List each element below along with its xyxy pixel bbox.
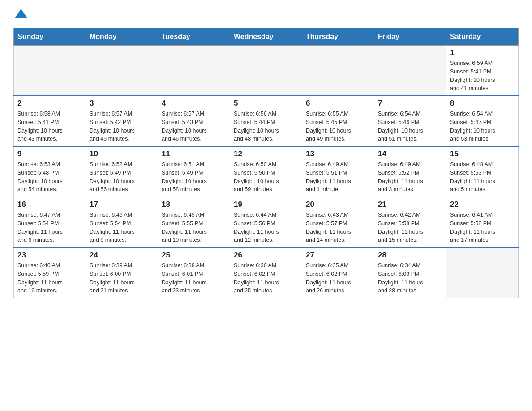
day-header-tuesday: Tuesday	[158, 28, 230, 46]
day-number: 11	[162, 150, 226, 158]
day-info: Sunrise: 6:57 AM Sunset: 5:43 PM Dayligh…	[162, 110, 226, 143]
day-number: 27	[306, 251, 370, 260]
calendar-day-cell	[230, 46, 302, 96]
calendar-table: SundayMondayTuesdayWednesdayThursdayFrid…	[13, 28, 519, 298]
day-info: Sunrise: 6:47 AM Sunset: 5:54 PM Dayligh…	[17, 211, 82, 244]
calendar-day-cell	[158, 46, 230, 96]
calendar-week-row: 2Sunrise: 6:58 AM Sunset: 5:41 PM Daylig…	[14, 96, 519, 146]
day-number: 2	[17, 99, 82, 108]
calendar-header-row: SundayMondayTuesdayWednesdayThursdayFrid…	[14, 28, 519, 46]
day-info: Sunrise: 6:57 AM Sunset: 5:42 PM Dayligh…	[90, 110, 154, 143]
day-info: Sunrise: 6:40 AM Sunset: 5:59 PM Dayligh…	[17, 261, 82, 295]
day-info: Sunrise: 6:39 AM Sunset: 6:00 PM Dayligh…	[90, 261, 154, 295]
calendar-day-cell: 9Sunrise: 6:53 AM Sunset: 5:48 PM Daylig…	[14, 146, 86, 197]
calendar-day-cell	[446, 248, 519, 298]
day-info: Sunrise: 6:51 AM Sunset: 5:49 PM Dayligh…	[162, 160, 226, 194]
day-header-thursday: Thursday	[302, 28, 374, 46]
day-number: 3	[90, 99, 154, 108]
calendar-day-cell: 20Sunrise: 6:43 AM Sunset: 5:57 PM Dayli…	[302, 197, 374, 248]
calendar-day-cell	[374, 46, 446, 96]
calendar-day-cell: 15Sunrise: 6:48 AM Sunset: 5:53 PM Dayli…	[446, 146, 519, 197]
day-number: 7	[378, 99, 442, 108]
calendar-day-cell: 23Sunrise: 6:40 AM Sunset: 5:59 PM Dayli…	[14, 248, 86, 298]
day-header-monday: Monday	[86, 28, 158, 46]
calendar-day-cell	[302, 46, 374, 96]
calendar-day-cell: 22Sunrise: 6:41 AM Sunset: 5:58 PM Dayli…	[446, 197, 519, 248]
day-number: 18	[162, 200, 226, 209]
day-info: Sunrise: 6:55 AM Sunset: 5:45 PM Dayligh…	[306, 110, 370, 143]
calendar-week-row: 9Sunrise: 6:53 AM Sunset: 5:48 PM Daylig…	[14, 146, 519, 197]
calendar-day-cell: 2Sunrise: 6:58 AM Sunset: 5:41 PM Daylig…	[14, 96, 86, 146]
day-info: Sunrise: 6:53 AM Sunset: 5:48 PM Dayligh…	[17, 160, 82, 194]
day-info: Sunrise: 6:35 AM Sunset: 6:02 PM Dayligh…	[306, 261, 370, 295]
day-number: 21	[378, 200, 442, 209]
calendar-day-cell: 28Sunrise: 6:34 AM Sunset: 6:03 PM Dayli…	[374, 248, 446, 298]
day-info: Sunrise: 6:42 AM Sunset: 5:58 PM Dayligh…	[378, 211, 442, 244]
day-info: Sunrise: 6:58 AM Sunset: 5:41 PM Dayligh…	[17, 110, 82, 143]
day-info: Sunrise: 6:44 AM Sunset: 5:56 PM Dayligh…	[234, 211, 298, 244]
calendar-day-cell: 6Sunrise: 6:55 AM Sunset: 5:45 PM Daylig…	[302, 96, 374, 146]
day-info: Sunrise: 6:52 AM Sunset: 5:49 PM Dayligh…	[90, 160, 154, 194]
day-info: Sunrise: 6:45 AM Sunset: 5:55 PM Dayligh…	[162, 211, 226, 244]
day-number: 20	[306, 200, 370, 209]
day-number: 14	[378, 150, 442, 158]
calendar-day-cell: 18Sunrise: 6:45 AM Sunset: 5:55 PM Dayli…	[158, 197, 230, 248]
day-number: 15	[450, 150, 515, 158]
day-info: Sunrise: 6:46 AM Sunset: 5:54 PM Dayligh…	[90, 211, 154, 244]
day-number: 13	[306, 150, 370, 158]
day-number: 28	[378, 251, 442, 260]
day-header-sunday: Sunday	[14, 28, 86, 46]
calendar-day-cell: 12Sunrise: 6:50 AM Sunset: 5:50 PM Dayli…	[230, 146, 302, 197]
calendar-day-cell	[14, 46, 86, 96]
logo	[13, 9, 27, 19]
day-info: Sunrise: 6:50 AM Sunset: 5:50 PM Dayligh…	[234, 160, 298, 194]
day-info: Sunrise: 6:59 AM Sunset: 5:41 PM Dayligh…	[450, 59, 515, 93]
day-number: 5	[234, 99, 298, 108]
day-info: Sunrise: 6:41 AM Sunset: 5:58 PM Dayligh…	[450, 211, 515, 244]
day-number: 25	[162, 251, 226, 260]
calendar-week-row: 16Sunrise: 6:47 AM Sunset: 5:54 PM Dayli…	[14, 197, 519, 248]
calendar-day-cell: 24Sunrise: 6:39 AM Sunset: 6:00 PM Dayli…	[86, 248, 158, 298]
day-number: 1	[450, 48, 515, 57]
day-number: 23	[17, 251, 82, 260]
calendar-day-cell: 1Sunrise: 6:59 AM Sunset: 5:41 PM Daylig…	[446, 46, 519, 96]
day-header-wednesday: Wednesday	[230, 28, 302, 46]
calendar-day-cell: 26Sunrise: 6:36 AM Sunset: 6:02 PM Dayli…	[230, 248, 302, 298]
day-number: 24	[90, 251, 154, 260]
day-info: Sunrise: 6:48 AM Sunset: 5:53 PM Dayligh…	[450, 160, 515, 194]
calendar-day-cell: 14Sunrise: 6:49 AM Sunset: 5:52 PM Dayli…	[374, 146, 446, 197]
calendar-day-cell: 10Sunrise: 6:52 AM Sunset: 5:49 PM Dayli…	[86, 146, 158, 197]
day-number: 19	[234, 200, 298, 209]
calendar-day-cell: 19Sunrise: 6:44 AM Sunset: 5:56 PM Dayli…	[230, 197, 302, 248]
calendar-day-cell: 13Sunrise: 6:49 AM Sunset: 5:51 PM Dayli…	[302, 146, 374, 197]
day-info: Sunrise: 6:36 AM Sunset: 6:02 PM Dayligh…	[234, 261, 298, 295]
day-header-saturday: Saturday	[446, 28, 519, 46]
day-number: 6	[306, 99, 370, 108]
page-header	[13, 9, 519, 19]
calendar-day-cell: 17Sunrise: 6:46 AM Sunset: 5:54 PM Dayli…	[86, 197, 158, 248]
day-number: 17	[90, 200, 154, 209]
day-info: Sunrise: 6:54 AM Sunset: 5:46 PM Dayligh…	[378, 110, 442, 143]
day-info: Sunrise: 6:49 AM Sunset: 5:51 PM Dayligh…	[306, 160, 370, 194]
day-number: 10	[90, 150, 154, 158]
day-info: Sunrise: 6:49 AM Sunset: 5:52 PM Dayligh…	[378, 160, 442, 194]
calendar-day-cell: 27Sunrise: 6:35 AM Sunset: 6:02 PM Dayli…	[302, 248, 374, 298]
day-info: Sunrise: 6:54 AM Sunset: 5:47 PM Dayligh…	[450, 110, 515, 143]
day-info: Sunrise: 6:34 AM Sunset: 6:03 PM Dayligh…	[378, 261, 442, 295]
day-info: Sunrise: 6:43 AM Sunset: 5:57 PM Dayligh…	[306, 211, 370, 244]
calendar-day-cell: 3Sunrise: 6:57 AM Sunset: 5:42 PM Daylig…	[86, 96, 158, 146]
day-number: 4	[162, 99, 226, 108]
calendar-day-cell: 8Sunrise: 6:54 AM Sunset: 5:47 PM Daylig…	[446, 96, 519, 146]
calendar-day-cell: 25Sunrise: 6:38 AM Sunset: 6:01 PM Dayli…	[158, 248, 230, 298]
calendar-day-cell	[86, 46, 158, 96]
calendar-day-cell: 16Sunrise: 6:47 AM Sunset: 5:54 PM Dayli…	[14, 197, 86, 248]
calendar-day-cell: 5Sunrise: 6:56 AM Sunset: 5:44 PM Daylig…	[230, 96, 302, 146]
calendar-week-row: 1Sunrise: 6:59 AM Sunset: 5:41 PM Daylig…	[14, 46, 519, 96]
calendar-day-cell: 21Sunrise: 6:42 AM Sunset: 5:58 PM Dayli…	[374, 197, 446, 248]
day-info: Sunrise: 6:56 AM Sunset: 5:44 PM Dayligh…	[234, 110, 298, 143]
calendar-week-row: 23Sunrise: 6:40 AM Sunset: 5:59 PM Dayli…	[14, 248, 519, 298]
calendar-day-cell: 11Sunrise: 6:51 AM Sunset: 5:49 PM Dayli…	[158, 146, 230, 197]
day-info: Sunrise: 6:38 AM Sunset: 6:01 PM Dayligh…	[162, 261, 226, 295]
logo-triangle-icon	[15, 9, 27, 18]
day-number: 26	[234, 251, 298, 260]
